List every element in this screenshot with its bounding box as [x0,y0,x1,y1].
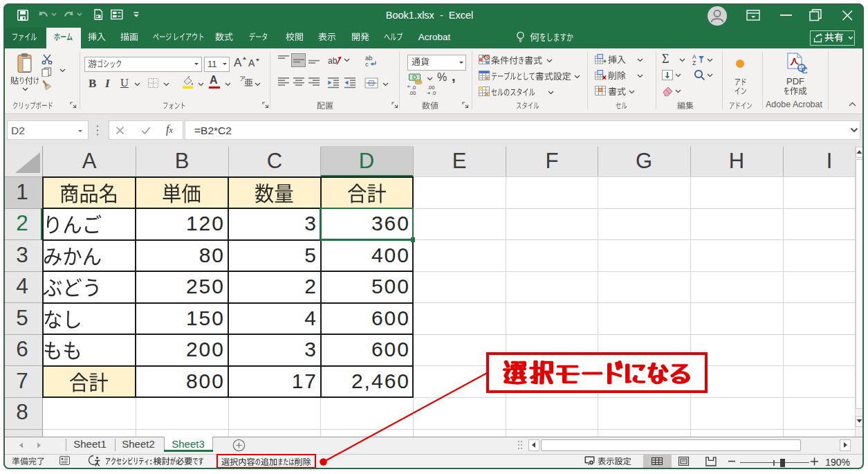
svg-text:ab: ab [328,56,338,66]
svg-text:c: c [365,60,369,67]
svg-text:.00: .00 [409,90,416,95]
svg-text:Σ: Σ [662,52,669,65]
svg-text:.0: .0 [432,90,436,95]
svg-text:Z: Z [692,60,696,66]
